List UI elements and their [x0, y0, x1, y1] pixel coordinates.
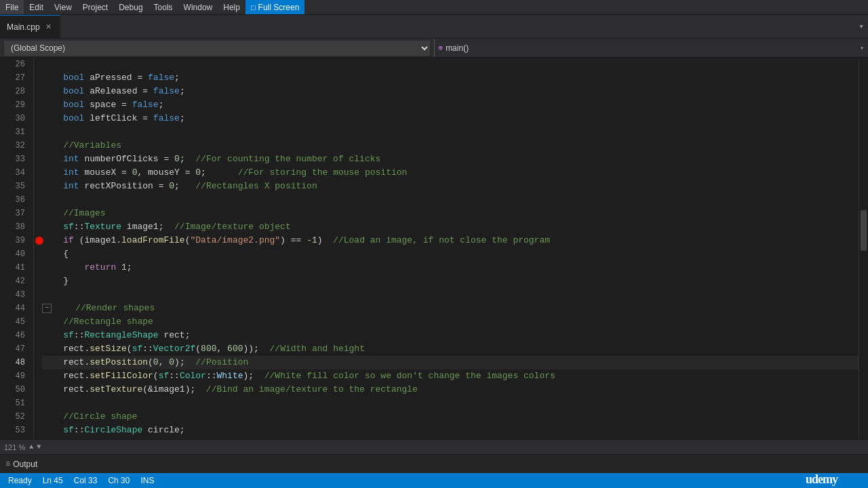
token: ; [127, 261, 132, 274]
output-label[interactable]: Output [13, 460, 37, 469]
status-ready: Ready [8, 476, 32, 485]
code-line: if (image1.loadFromFile("Data/image2.png… [42, 234, 859, 247]
function-icon: ⊕ [439, 43, 443, 52]
code-line [42, 58, 859, 71]
code-line: − //Render shapes [42, 302, 859, 315]
code-line: rect.setTexture(&image1); //Bind an imag… [42, 383, 859, 396]
line-number: 26 [5, 58, 28, 71]
line-number: 30 [5, 112, 28, 125]
zoom-up-button[interactable]: ▲ [28, 443, 35, 451]
token: mouseX = [79, 166, 132, 180]
token: bool [63, 85, 84, 98]
token: sf [159, 369, 170, 383]
fold-indicator[interactable]: − [42, 304, 52, 313]
menu-help[interactable]: Help [218, 0, 245, 14]
code-area[interactable]: bool aPressed = false; bool aReleased = … [34, 58, 859, 439]
line-number: 34 [5, 166, 28, 180]
token: :: [74, 329, 85, 342]
output-icon: ≡ [5, 460, 10, 469]
token: setFillColor [90, 369, 153, 383]
code-line: rect.setFillColor(sf::Color::White); //W… [42, 369, 859, 383]
token: 1 [121, 261, 127, 274]
menu-view[interactable]: View [49, 0, 77, 14]
line-number: 27 [5, 71, 28, 85]
code-line: bool leftClick = false; [42, 112, 859, 125]
line-number: 33 [5, 152, 28, 166]
fullscreen-icon: □ [251, 3, 256, 12]
token: 0 [195, 166, 201, 180]
token: //Render shapes [54, 302, 155, 315]
line-number: 39 [5, 234, 28, 247]
token: //Images [42, 207, 106, 220]
menu-file[interactable]: File [0, 0, 24, 14]
line-number: 46 [5, 329, 28, 342]
code-line [42, 193, 859, 207]
tab-dropdown[interactable]: ▾ [854, 15, 868, 38]
scope-left-select[interactable]: (Global Scope) [4, 41, 430, 56]
code-line: rect.setPosition(0, 0); //Position [42, 356, 859, 369]
code-line: int numberOfClicks = 0; //For counting t… [42, 152, 859, 166]
token [42, 180, 63, 193]
line-number: 37 [5, 207, 28, 220]
token: :: [169, 369, 180, 383]
line-number: 53 [5, 424, 28, 437]
output-bar: ≡ Output [0, 454, 868, 473]
token: 0 [174, 152, 180, 166]
token: ; [201, 166, 238, 180]
line-number: 42 [5, 274, 28, 288]
zoom-controls: ▲ ▼ [28, 443, 42, 451]
token: ) == [280, 234, 307, 247]
menu-project[interactable]: Project [77, 0, 113, 14]
token: //Image/texture object [174, 220, 291, 234]
scrollbar-thumb[interactable] [861, 210, 867, 251]
token: rectXPosition = [79, 180, 170, 193]
token: //Rectangle shape [42, 315, 153, 329]
menu-edit[interactable]: Edit [24, 0, 49, 14]
token: bool [63, 98, 84, 112]
token: :: [142, 342, 153, 356]
token: :: [74, 424, 85, 437]
token: ( [153, 369, 159, 383]
token: Texture [84, 220, 121, 234]
tab-close-button[interactable]: ✕ [44, 22, 53, 32]
token [42, 98, 63, 112]
token: 600 [227, 342, 243, 356]
token: //Width and height [270, 342, 365, 356]
token [42, 112, 63, 125]
line-number: 31 [5, 125, 28, 139]
token: ) [317, 234, 333, 247]
line-number: 28 [5, 85, 28, 98]
token: , [217, 342, 228, 356]
token: space = [84, 98, 132, 112]
code-line: circle.setRadius(50); //Radius [42, 437, 859, 439]
token [42, 220, 63, 234]
token: Vector2f [153, 342, 195, 356]
zoom-level: 121 % [4, 443, 25, 451]
token: rect; [159, 329, 191, 342]
line-number: 50 [5, 383, 28, 396]
token: rect. [42, 356, 90, 369]
token: (&image1); [142, 383, 206, 396]
code-line: //Variables [42, 139, 859, 152]
line-number: 45 [5, 315, 28, 329]
token: setRadius [100, 437, 148, 439]
code-line: int rectXPosition = 0; //Rectangles X po… [42, 180, 859, 193]
menu-fullscreen[interactable]: □ Full Screen [245, 0, 304, 14]
scrollbar-panel[interactable] [859, 58, 868, 439]
tab-maincpp[interactable]: Main.cpp ✕ [0, 15, 60, 38]
token [42, 234, 63, 247]
zoom-down-button[interactable]: ▼ [35, 443, 42, 451]
token: ; [180, 112, 185, 125]
token: ); [243, 369, 264, 383]
line-number: 44 [5, 302, 28, 315]
token: //Load an image, if not close the progra… [333, 234, 550, 247]
token: ); [163, 437, 184, 439]
menu-tools[interactable]: Tools [149, 0, 178, 14]
token [42, 329, 63, 342]
scope-right-dropdown[interactable]: ▾ [860, 44, 864, 52]
menu-debug[interactable]: Debug [113, 0, 148, 14]
token: false [148, 71, 174, 85]
menu-window[interactable]: Window [178, 0, 218, 14]
token: 0 [169, 356, 174, 369]
code-content: bool aPressed = false; bool aReleased = … [34, 58, 859, 439]
